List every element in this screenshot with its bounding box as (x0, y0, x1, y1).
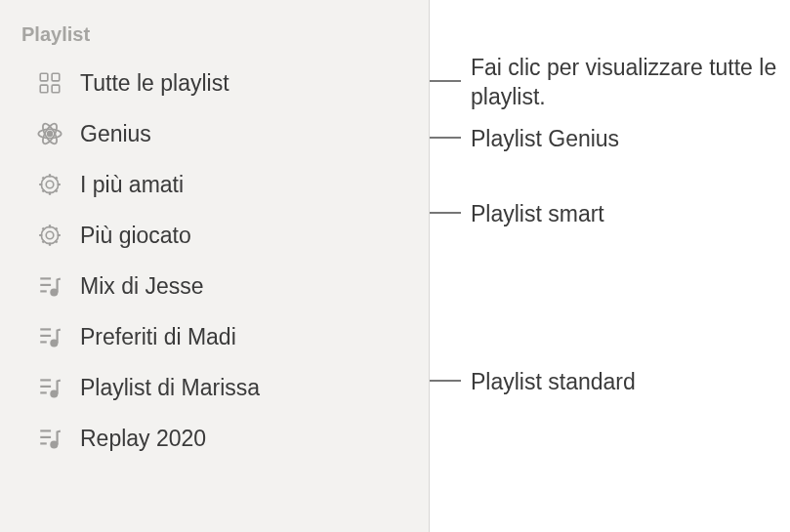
playlist-label: Preferiti di Madi (80, 324, 236, 350)
playlist-label: I più amati (80, 172, 184, 198)
music-list-icon (35, 271, 64, 301)
music-list-icon (35, 373, 64, 402)
gear-icon (35, 221, 64, 250)
svg-point-9 (41, 176, 58, 192)
sidebar-item-mix-jesse[interactable]: Mix di Jesse (20, 261, 409, 311)
playlist-label: Tutte le playlist (80, 70, 229, 97)
annotation-smart: Playlist smart (471, 200, 604, 229)
svg-rect-3 (52, 85, 60, 93)
svg-rect-1 (52, 73, 60, 81)
annotation-area: Fai clic per visualizzare tutte le playl… (430, 0, 790, 532)
annotation-genius: Playlist Genius (471, 125, 619, 154)
svg-point-8 (46, 181, 54, 188)
sidebar-item-most-played[interactable]: Più giocato (20, 210, 409, 261)
sidebar-item-genius[interactable]: Genius (20, 108, 409, 159)
playlist-label: Replay 2020 (80, 426, 206, 452)
sidebar-item-pref-madi[interactable]: Preferiti di Madi (20, 311, 409, 362)
svg-point-10 (46, 231, 54, 239)
grid-icon (35, 68, 64, 98)
playlist-label: Più giocato (80, 223, 191, 249)
sidebar-item-all-playlists[interactable]: Tutte le playlist (20, 58, 409, 108)
music-list-icon (35, 322, 64, 351)
sidebar-item-marissa[interactable]: Playlist di Marissa (20, 362, 409, 413)
gear-icon (35, 170, 64, 199)
playlist-label: Mix di Jesse (80, 273, 204, 300)
svg-rect-0 (40, 73, 48, 81)
svg-point-11 (41, 226, 58, 243)
svg-point-4 (48, 132, 53, 137)
svg-rect-2 (40, 85, 48, 93)
sidebar-item-loved[interactable]: I più amati (20, 159, 409, 210)
atom-icon (35, 119, 64, 148)
sidebar-item-replay[interactable]: Replay 2020 (20, 413, 409, 464)
music-list-icon (35, 424, 64, 453)
playlist-sidebar: Playlist Tutte le playlist Genius (0, 0, 430, 532)
playlist-label: Playlist di Marissa (80, 375, 260, 401)
annotation-all: Fai clic per visualizzare tutte le playl… (471, 54, 790, 112)
sidebar-header: Playlist (20, 23, 409, 46)
playlist-label: Genius (80, 121, 151, 147)
annotation-standard: Playlist standard (471, 368, 636, 397)
